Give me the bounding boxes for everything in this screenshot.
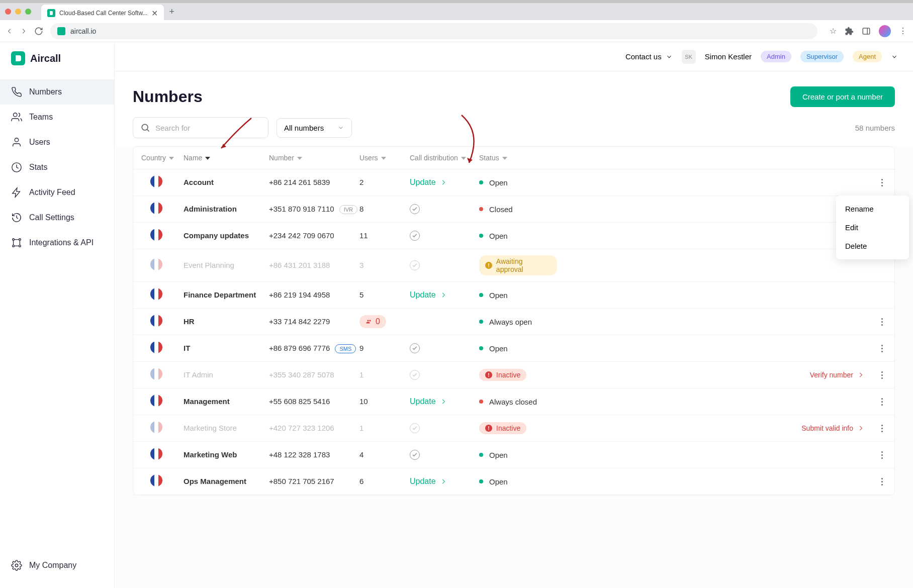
update-link[interactable]: Update	[410, 397, 447, 406]
tab-close-icon[interactable]: ✕	[151, 9, 158, 18]
table-row[interactable]: Administration+351 870 918 7110IVR8Close…	[133, 196, 894, 223]
flag-icon	[150, 315, 162, 327]
user-initials: SK	[682, 50, 696, 64]
context-delete[interactable]: Delete	[836, 237, 909, 255]
search-box[interactable]	[133, 117, 268, 138]
browser-menu-icon[interactable]: ⋮	[899, 26, 907, 36]
dist-check-icon	[410, 370, 420, 380]
row-menu-button[interactable]	[869, 345, 894, 352]
update-link[interactable]: Update	[410, 178, 447, 187]
back-button[interactable]	[6, 28, 13, 35]
history-icon	[11, 212, 22, 223]
role-badge-admin: Admin	[761, 51, 791, 62]
row-users: 2	[359, 178, 363, 186]
row-name: Event Planning	[184, 261, 234, 269]
bookmark-icon[interactable]: ☆	[830, 26, 837, 36]
row-menu-button[interactable]	[869, 451, 894, 459]
submit-info-link[interactable]: Submit valid info	[801, 424, 864, 432]
results-count: 58 numbers	[855, 124, 895, 132]
table-row[interactable]: Event Planning+86 431 201 31883!Awaiting…	[133, 249, 894, 282]
user-name: Simon Kestler	[705, 52, 752, 61]
teams-icon	[11, 112, 22, 123]
table-row[interactable]: Marketing Store+420 727 323 12061!Inacti…	[133, 415, 894, 442]
contact-us-dropdown[interactable]: Contact us	[625, 52, 673, 61]
row-number: +355 340 287 5078	[269, 370, 334, 379]
row-number: +420 727 323 1206	[269, 424, 334, 432]
sms-badge: SMS	[335, 344, 356, 353]
sidebar-item-activity[interactable]: Activity Feed	[0, 180, 114, 205]
row-menu-button[interactable]	[869, 398, 894, 406]
user-menu-chevron-icon[interactable]	[891, 53, 898, 60]
sidebar-item-label: My Company	[29, 561, 76, 570]
brand-logo-icon	[11, 51, 25, 65]
row-number: +86 431 201 3188	[269, 261, 330, 269]
contact-us-label: Contact us	[625, 52, 662, 61]
reload-button[interactable]	[34, 27, 43, 36]
table-row[interactable]: Ops Management+850 721 705 21676UpdateOp…	[133, 468, 894, 495]
row-name: Management	[184, 397, 230, 406]
th-country[interactable]: Country	[133, 154, 184, 162]
extensions-icon[interactable]	[845, 27, 854, 36]
row-number: +850 721 705 2167	[269, 477, 334, 485]
table-row[interactable]: Marketing Web+48 122 328 17834Open	[133, 442, 894, 468]
flag-icon	[150, 368, 162, 380]
sidebar-item-mycompany[interactable]: My Company	[0, 553, 114, 578]
th-status[interactable]: Status	[479, 154, 557, 162]
minimize-window[interactable]	[15, 9, 21, 15]
browser-tab[interactable]: Cloud-Based Call Center Softw... ✕	[41, 5, 164, 22]
th-dist[interactable]: Call distribution	[410, 154, 479, 162]
status-inactive: !Inactive	[479, 422, 526, 434]
row-status: Always open	[479, 318, 557, 326]
row-menu-button[interactable]	[869, 371, 894, 379]
row-menu-button[interactable]	[869, 478, 894, 485]
table-row[interactable]: Company updates+234 242 709 067011Open	[133, 223, 894, 249]
update-link[interactable]: Update	[410, 290, 447, 300]
flag-icon	[150, 229, 162, 241]
row-name: HR	[184, 317, 195, 326]
url-favicon	[57, 27, 65, 35]
verify-link[interactable]: Verify number	[810, 371, 864, 379]
maximize-window[interactable]	[25, 9, 31, 15]
row-menu-button[interactable]	[869, 318, 894, 326]
row-users: 11	[359, 231, 368, 240]
update-link[interactable]: Update	[410, 477, 447, 486]
flag-icon	[150, 341, 162, 353]
th-number[interactable]: Number	[269, 154, 359, 162]
filter-dropdown[interactable]: All numbers	[277, 118, 352, 138]
brand[interactable]: Aircall	[0, 42, 114, 74]
table-row[interactable]: IT+86 879 696 7776SMS9Open	[133, 335, 894, 362]
row-menu-button[interactable]	[869, 179, 894, 186]
browser-tabstrip: Cloud-Based Call Center Softw... ✕ +	[0, 0, 913, 20]
new-tab-button[interactable]: +	[169, 7, 174, 17]
context-rename[interactable]: Rename	[836, 200, 909, 218]
row-users: 6	[359, 477, 363, 485]
sidebar-item-numbers[interactable]: Numbers	[0, 79, 114, 105]
row-name: IT Admin	[184, 370, 213, 379]
sidebar-item-users[interactable]: Users	[0, 130, 114, 155]
flag-icon	[150, 288, 162, 300]
table-row[interactable]: Finance Department+86 219 194 49585Updat…	[133, 282, 894, 309]
create-number-button[interactable]: Create or port a number	[790, 86, 895, 107]
table-row[interactable]: HR+33 714 842 22790Always open	[133, 309, 894, 335]
search-input[interactable]	[155, 124, 261, 132]
forward-button[interactable]	[20, 28, 27, 35]
th-name[interactable]: Name	[184, 154, 269, 162]
th-users[interactable]: Users	[359, 154, 410, 162]
sidebar-item-label: Call Settings	[29, 213, 74, 222]
sidebar-item-label: Integrations & API	[29, 238, 94, 247]
close-window[interactable]	[5, 9, 11, 15]
address-bar[interactable]: aircall.io	[50, 23, 817, 39]
table-row[interactable]: Management+55 608 825 541610UpdateAlways…	[133, 388, 894, 415]
sidebar-item-teams[interactable]: Teams	[0, 105, 114, 130]
row-menu-button[interactable]	[869, 425, 894, 432]
dist-check-icon	[410, 423, 420, 433]
sidebar-item-callsettings[interactable]: Call Settings	[0, 205, 114, 230]
panel-icon[interactable]	[862, 27, 871, 36]
table-row[interactable]: Account+86 214 261 58392UpdateOpen	[133, 169, 894, 196]
sidebar-item-stats[interactable]: Stats	[0, 155, 114, 180]
context-edit[interactable]: Edit	[836, 218, 909, 237]
table-row[interactable]: IT Admin+355 340 287 50781!InactiveVerif…	[133, 362, 894, 388]
flag-icon	[150, 202, 162, 214]
profile-avatar[interactable]	[879, 25, 891, 37]
sidebar-item-integrations[interactable]: Integrations & API	[0, 230, 114, 255]
